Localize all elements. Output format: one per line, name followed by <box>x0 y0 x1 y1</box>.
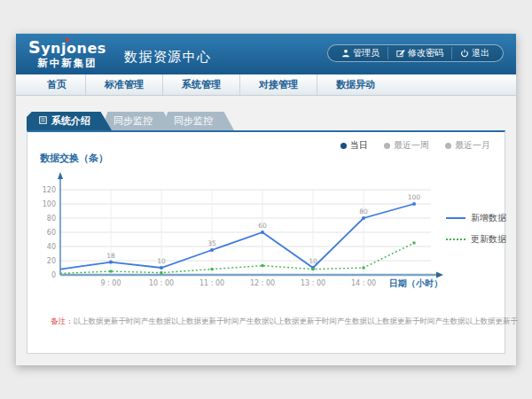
data-point <box>261 231 264 234</box>
tab-system-intro[interactable]: 系统介绍 <box>27 112 112 130</box>
user-icon <box>341 49 350 58</box>
data-point <box>110 270 113 273</box>
y-tick-label: 100 <box>43 200 56 208</box>
period-filter-group: 当日 最近一周 最近一月 <box>340 139 490 152</box>
data-point <box>160 271 163 274</box>
main-nav: 首页 标准管理 系统管理 对接管理 数据异动 <box>16 74 516 96</box>
x-tick-label: 13 : 00 <box>301 279 325 287</box>
logout-label: 退出 <box>472 47 489 59</box>
page-title: 数据资源中心 <box>124 49 212 66</box>
chart-x-axis-title: 日期（小时） <box>389 278 442 290</box>
document-icon <box>39 112 47 130</box>
data-point <box>262 264 264 267</box>
edit-icon <box>396 49 405 58</box>
chart-canvas: 0204060801001209 : 0010 : 0011 : 0012 : … <box>36 166 444 299</box>
nav-item-home[interactable]: 首页 <box>28 74 85 95</box>
tab-label: 系统介绍 <box>51 112 90 130</box>
logo-wordmark: Synjones <box>28 39 106 56</box>
current-user-button[interactable]: 管理员 <box>333 47 387 59</box>
y-tick-label: 20 <box>47 257 56 265</box>
app-window: Synjones 新中新集团 数据资源中心 管理员 修改密码 退出 首页 标准管… <box>16 34 516 365</box>
content-panel: 当日 最近一周 最近一月 数据交换（条） 0204060801001209 : … <box>27 130 505 354</box>
data-point <box>109 261 113 264</box>
legend-item-updated-data: 更新数据 <box>446 233 506 246</box>
filter-last-week[interactable]: 最近一周 <box>384 139 429 152</box>
data-point <box>412 202 416 206</box>
y-tick-label: 80 <box>47 215 56 223</box>
data-point-label: 80 <box>359 207 368 215</box>
data-point <box>160 266 163 270</box>
app-header: Synjones 新中新集团 数据资源中心 管理员 修改密码 退出 <box>16 34 516 74</box>
footnote: 备注：以上数据更新于时间产生数据以上数据更新于时间产生数据以上数据更新于时间产生… <box>51 317 499 327</box>
x-tick-label: 11 : 00 <box>200 279 224 287</box>
chart-y-axis-title: 数据交换（条） <box>40 152 108 165</box>
nav-item-standard-mgmt[interactable]: 标准管理 <box>85 74 162 95</box>
data-point <box>362 216 365 220</box>
data-point <box>413 242 416 245</box>
x-tick-label: 9 : 00 <box>100 279 121 287</box>
radio-icon <box>384 143 390 149</box>
filter-last-week-label: 最近一周 <box>394 139 429 152</box>
data-point-label: 18 <box>106 252 115 260</box>
current-user-label: 管理员 <box>353 47 379 59</box>
y-tick-label: 40 <box>47 243 56 251</box>
data-point <box>210 248 214 252</box>
footnote-text: 以上数据更新于时间产生数据以上数据更新于时间产生数据以上数据更新于时间产生数据以… <box>74 317 519 325</box>
dotted-line-swatch-icon <box>446 239 466 240</box>
data-point <box>211 268 214 270</box>
filter-last-month[interactable]: 最近一月 <box>445 139 490 152</box>
solid-line-swatch-icon <box>446 217 466 219</box>
tab-sync-monitor-2[interactable]: 同步监控 <box>161 112 234 130</box>
filter-last-month-label: 最近一月 <box>455 139 490 152</box>
data-point <box>312 268 315 270</box>
logo-rest: ynjones <box>41 40 106 57</box>
line-chart: 0204060801001209 : 0010 : 0011 : 0012 : … <box>36 166 519 299</box>
data-point-label: 35 <box>207 239 216 247</box>
radio-selected-icon <box>340 143 347 149</box>
legend-label: 更新数据 <box>471 233 506 246</box>
data-point-label: 10 <box>157 257 166 265</box>
y-tick-label: 120 <box>43 186 56 194</box>
power-icon <box>460 49 469 58</box>
legend-label: 新增数据 <box>471 212 506 224</box>
data-point-label: 100 <box>408 193 421 201</box>
data-point <box>363 267 365 270</box>
logo-initial: S <box>28 37 41 57</box>
change-password-button[interactable]: 修改密码 <box>387 47 451 59</box>
data-point-label: 10 <box>309 257 317 265</box>
y-axis-arrow-icon <box>58 172 63 179</box>
footnote-prefix: 备注： <box>51 317 74 325</box>
y-tick-label: 60 <box>47 229 56 237</box>
x-tick-label: 14 : 00 <box>351 279 376 287</box>
chart-legend: 新增数据 更新数据 <box>446 212 506 254</box>
nav-item-integration-mgmt[interactable]: 对接管理 <box>239 74 317 95</box>
data-point-label: 60 <box>258 222 267 230</box>
filter-today-label: 当日 <box>350 139 368 152</box>
y-tick-label: 0 <box>51 271 56 279</box>
nav-item-data-change[interactable]: 数据异动 <box>317 74 394 95</box>
tab-sync-monitor-1[interactable]: 同步监控 <box>101 112 174 130</box>
logout-button[interactable]: 退出 <box>451 47 497 59</box>
company-logo: Synjones 新中新集团 <box>28 39 106 69</box>
filter-today[interactable]: 当日 <box>340 139 368 152</box>
nav-item-system-mgmt[interactable]: 系统管理 <box>162 74 239 95</box>
logo-company-name: 新中新集团 <box>28 59 106 69</box>
x-tick-label: 10 : 00 <box>149 279 174 287</box>
tab-bar: 系统介绍 同步监控 同步监控 <box>27 112 222 130</box>
x-tick-label: 12 : 00 <box>250 279 275 287</box>
user-toolbar: 管理员 修改密码 退出 <box>327 44 504 62</box>
change-password-label: 修改密码 <box>408 47 443 59</box>
radio-icon <box>445 143 451 149</box>
legend-item-new-data: 新增数据 <box>446 212 506 224</box>
